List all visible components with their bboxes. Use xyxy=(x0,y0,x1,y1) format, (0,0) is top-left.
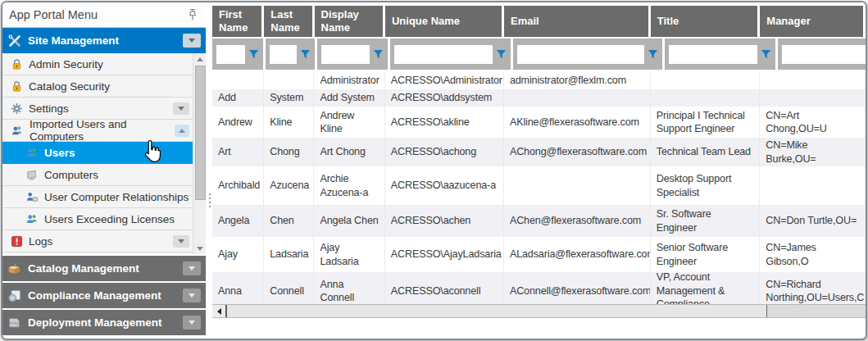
horizontal-scrollbar-thumb[interactable] xyxy=(226,305,767,317)
cell-last-name: Chong xyxy=(264,138,314,166)
cell-email xyxy=(504,166,651,205)
filter-funnel-icon[interactable] xyxy=(648,49,658,60)
users-group-icon xyxy=(11,125,24,137)
sidebar-item-settings[interactable]: Settings xyxy=(2,98,206,120)
sidebar-scrollbar[interactable] xyxy=(193,53,206,254)
sidebar-item-active-directory[interactable]: Active Directory xyxy=(2,252,206,254)
sidebar-item-computers[interactable]: Computers xyxy=(2,164,206,186)
sidebar-item-catalog-security[interactable]: Catalog Security xyxy=(2,75,206,98)
cell-first-name: Archibald xyxy=(212,166,264,205)
item-label: Computers xyxy=(44,169,98,181)
scroll-down-arrow[interactable] xyxy=(193,243,206,254)
sidebar-item-imported-users-and-computers[interactable]: Imported Users and Computers xyxy=(2,120,206,142)
cell-manager: CN=Don Turtle,OU= xyxy=(760,205,866,237)
sidebar-group-compliance-management[interactable]: Compliance Management xyxy=(2,281,206,308)
expand-compliance-management-button[interactable] xyxy=(183,289,201,302)
filter-funnel-icon[interactable] xyxy=(373,49,384,60)
cell-display-name: Administrator xyxy=(314,72,384,89)
horizontal-scrollbar[interactable] xyxy=(212,304,866,318)
sidebar-group-deployment-management[interactable]: Deployment Management xyxy=(2,308,206,335)
filter-funnel-icon[interactable] xyxy=(248,49,259,60)
filter-input-title[interactable] xyxy=(669,45,757,64)
collapse-site-management-button[interactable] xyxy=(183,34,201,48)
scroll-up-arrow[interactable] xyxy=(193,53,206,65)
column-header-email[interactable]: Email xyxy=(504,6,648,37)
sidebar-header: App Portal Menu xyxy=(2,2,206,28)
column-header-unique-name[interactable]: Unique Name xyxy=(385,6,502,37)
item-label: User Computer Relationships xyxy=(44,191,189,203)
cell-first-name: Andrew xyxy=(212,107,264,138)
filter-funnel-icon[interactable] xyxy=(300,49,311,60)
cell-title: Technical Team Lead xyxy=(651,138,761,166)
column-header-last-name[interactable]: Last Name xyxy=(264,6,311,37)
cell-manager: CN=Mike Burke,OU= xyxy=(760,138,866,166)
column-header-title[interactable]: Title xyxy=(651,6,758,37)
table-row[interactable]: Add System Add System ACRESSO\addsystem xyxy=(212,89,866,107)
deployment-drive-icon xyxy=(7,316,21,330)
cell-title: Principal I Technical Support Engineer xyxy=(651,107,761,138)
table-row[interactable]: Angela Chen Angela Chen ACRESSO\achen AC… xyxy=(212,205,866,237)
sidebar-item-users-exceeding-licenses[interactable]: Users Exceeding Licenses xyxy=(2,208,206,230)
filter-input-first-name[interactable] xyxy=(216,45,245,64)
users-badge-icon xyxy=(25,213,39,225)
imported-users-collapse-button[interactable] xyxy=(175,125,189,137)
scroll-left-arrow[interactable] xyxy=(212,305,226,317)
cell-title xyxy=(651,72,761,89)
cell-manager xyxy=(760,72,866,89)
filter-input-manager[interactable] xyxy=(782,45,866,64)
cell-manager: CN=James Gibson,O xyxy=(760,237,866,272)
sidebar-item-users[interactable]: Users xyxy=(2,142,206,164)
sidebar-item-user-computer-relationships[interactable]: User Computer Relationships xyxy=(2,186,206,208)
table-row[interactable]: Art Chong Art Chong ACRESSO\achong AChon… xyxy=(212,138,866,166)
cell-unique-name: ACRESSO\achong xyxy=(385,138,504,166)
cell-title: Senior Software Engineer xyxy=(651,237,761,272)
filter-input-display-name[interactable] xyxy=(321,45,370,64)
filter-funnel-icon[interactable] xyxy=(761,49,771,60)
table-row[interactable]: Ajay Ladsaria Ajay Ladsaria ACRESSO\Ajay… xyxy=(212,237,866,272)
scrollbar-thumb[interactable] xyxy=(195,66,206,200)
cell-display-name: Ajay Ladsaria xyxy=(314,237,384,272)
cell-last-name: Chen xyxy=(264,205,314,237)
cell-display-name: Add System xyxy=(314,89,384,107)
table-row[interactable]: Archibald Azucena Archie Azucena-a ACRES… xyxy=(212,166,866,205)
settings-dropdown-button[interactable] xyxy=(173,102,189,115)
column-header-display-name[interactable]: Display Name xyxy=(315,6,383,37)
lock-icon xyxy=(11,58,23,70)
cell-last-name: Ladsaria xyxy=(264,237,314,272)
pin-icon[interactable] xyxy=(186,7,199,22)
filter-input-email[interactable] xyxy=(517,45,644,64)
logs-dropdown-button[interactable] xyxy=(173,235,189,248)
filter-input-unique-name[interactable] xyxy=(394,45,493,64)
sidebar-item-logs[interactable]: Logs xyxy=(2,230,206,252)
grid-header-row: First Name Last Name Display Name Unique… xyxy=(212,6,866,37)
column-header-manager[interactable]: Manager xyxy=(760,6,863,37)
table-row[interactable]: Andrew Kline Andrew Kline ACRESSO\akline… xyxy=(212,107,866,138)
item-label: Imported Users and Computers xyxy=(30,118,169,143)
column-header-first-name[interactable]: First Name xyxy=(212,6,261,37)
cell-first-name: Ajay xyxy=(212,237,264,272)
logs-icon xyxy=(11,235,23,248)
sidebar-item-admin-security[interactable]: Admin Security xyxy=(2,53,206,75)
cell-unique-name: ACRESSO\achen xyxy=(385,205,504,237)
sidebar: App Portal Menu Site Management xyxy=(2,2,206,339)
group-label: Catalog Management xyxy=(28,262,139,275)
cell-title: Desktop Support Specialist xyxy=(651,166,761,205)
filter-input-last-name[interactable] xyxy=(270,45,297,64)
users-grid: First Name Last Name Display Name Unique… xyxy=(212,2,866,339)
cell-email: AKline@flexerasoftware.com xyxy=(504,107,651,138)
sidebar-splitter[interactable] xyxy=(207,188,211,212)
table-row[interactable]: Administrator ACRESSO\Administrator admi… xyxy=(212,72,866,89)
sidebar-title: App Portal Menu xyxy=(9,8,98,21)
expand-deployment-management-button[interactable] xyxy=(183,316,201,330)
item-label: Catalog Security xyxy=(29,80,110,93)
computer-icon xyxy=(25,169,39,181)
filter-funnel-icon[interactable] xyxy=(496,49,507,60)
sidebar-group-catalog-management[interactable]: Catalog Management xyxy=(2,254,206,281)
expand-catalog-management-button[interactable] xyxy=(183,261,201,275)
cell-last-name: System xyxy=(264,89,314,107)
cell-display-name: Art Chong xyxy=(314,138,384,166)
item-label: Admin Security xyxy=(29,58,103,70)
item-label: Logs xyxy=(29,235,52,248)
sidebar-menu: Admin Security Catalog Security Settings xyxy=(2,53,206,254)
sidebar-group-site-management[interactable]: Site Management xyxy=(2,28,206,53)
